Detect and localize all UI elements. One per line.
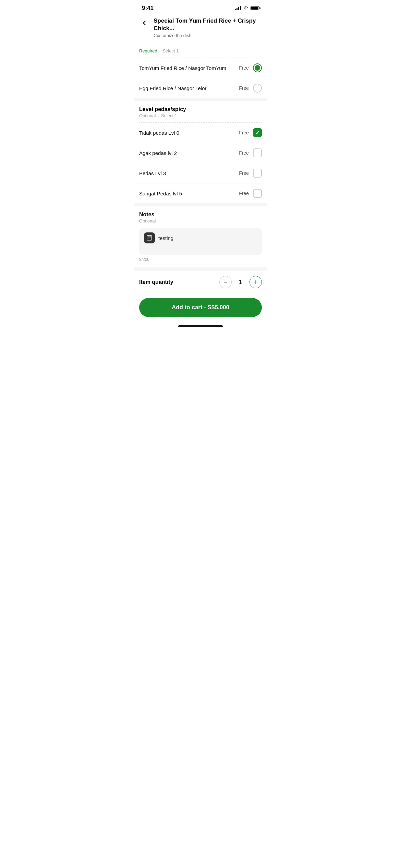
spicy-option-4-price: Free [239,191,249,196]
rice-option-1-price: Free [239,65,249,71]
spicy-option-2[interactable]: Agak pedas lvl 2 Free [134,143,267,163]
quantity-controls: − 1 + [219,276,262,288]
rice-radio-2[interactable] [253,84,262,93]
spicy-section: Level pedas/spicy Optional · Select 1 Ti… [134,101,267,203]
quantity-plus-button[interactable]: + [250,276,262,288]
header-subtitle: Customize the dish [154,33,262,38]
spicy-option-4-label: Sangat Pedas lvl 5 [139,191,239,196]
spicy-option-1-price: Free [239,130,249,135]
spicy-option-3[interactable]: Pedas Lvl 3 Free [134,163,267,183]
status-time: 9:41 [142,5,154,12]
spicy-option-4-right: Free [239,189,262,198]
spicy-option-1-label: Tidak pedas Lvl 0 [139,130,239,136]
spicy-select-label: Select 1 [161,113,177,118]
notes-title: Notes [139,212,262,218]
section-divider-1 [134,98,267,101]
notes-section: Notes Optional testing 8/200 [134,206,267,267]
spicy-option-2-right: Free [239,148,262,157]
svg-point-0 [245,10,246,10]
status-bar: 9:41 [134,0,267,14]
battery-icon [251,6,259,10]
wifi-icon [243,6,248,10]
rice-section-header: Required · Select 1 [134,42,267,56]
spicy-option-2-price: Free [239,150,249,156]
rice-option-1-label: TomYum Fried Rice / Nasgor TomYum [139,65,239,71]
quantity-minus-button[interactable]: − [219,276,232,288]
signal-icon [235,6,241,10]
spicy-option-4[interactable]: Sangat Pedas lvl 5 Free [134,183,267,203]
dot2: · [158,113,159,118]
spicy-optional-label: Optional [139,113,156,118]
spicy-section-meta: Optional · Select 1 [139,113,262,118]
notes-optional: Optional [139,218,262,224]
rice-option-2-price: Free [239,85,249,91]
notes-count: 8/200 [139,257,262,262]
spicy-option-3-price: Free [239,170,249,176]
required-badge: Required [139,48,157,53]
rice-option-2-label: Egg Fried Rice / Nasgor Telor [139,85,239,91]
rice-option-1-right: Free [239,63,262,72]
rice-select-label: Select 1 [162,48,179,53]
header-text: Special Tom Yum Fried Rice + Crispy Chic… [154,17,262,38]
quantity-value: 1 [237,279,244,286]
spicy-checkbox-3[interactable] [253,169,262,178]
spicy-option-1[interactable]: Tidak pedas Lvl 0 Free ✓ [134,123,267,143]
spicy-section-header: Level pedas/spicy Optional · Select 1 [134,101,267,121]
rice-radio-1-inner [255,65,260,71]
spicy-checkbox-2[interactable] [253,148,262,157]
add-to-cart-button[interactable]: Add to cart - S$5.000 [139,298,262,317]
dot: · [159,48,161,53]
home-bar [178,325,223,327]
spicy-option-1-right: Free ✓ [239,128,262,137]
add-to-cart-label: Add to cart - S$5.000 [172,304,229,311]
spicy-option-3-label: Pedas Lvl 3 [139,170,239,176]
rice-section: Required · Select 1 TomYum Fried Rice / … [134,42,267,98]
spicy-option-2-label: Agak pedas lvl 2 [139,150,239,156]
rice-option-2[interactable]: Egg Fried Rice / Nasgor Telor Free [134,78,267,98]
quantity-section: Item quantity − 1 + [134,270,267,294]
spicy-option-3-right: Free [239,169,262,178]
status-icons [235,6,259,10]
notes-input-wrapper[interactable]: testing [139,228,262,255]
minus-icon: − [223,278,228,286]
home-indicator [134,323,267,329]
quantity-label: Item quantity [139,279,173,285]
section-divider-2 [134,203,267,206]
back-button[interactable] [139,18,149,29]
spicy-section-title: Level pedas/spicy [139,106,262,112]
spicy-checkbox-1[interactable]: ✓ [253,128,262,137]
spicy-checkbox-4[interactable] [253,189,262,198]
notes-svg-icon [146,235,153,241]
rice-radio-1[interactable] [253,63,262,72]
checkmark-1: ✓ [255,130,260,135]
rice-section-meta: Required · Select 1 [139,48,262,53]
notes-icon [144,232,155,243]
rice-option-2-right: Free [239,84,262,93]
header-title: Special Tom Yum Fried Rice + Crispy Chic… [154,17,262,32]
add-to-cart-section: Add to cart - S$5.000 [134,294,267,323]
rice-option-1[interactable]: TomYum Fried Rice / Nasgor TomYum Free [134,58,267,78]
header: Special Tom Yum Fried Rice + Crispy Chic… [134,14,267,42]
plus-icon: + [254,278,258,286]
notes-input-text[interactable]: testing [158,232,257,242]
section-divider-3 [134,267,267,270]
